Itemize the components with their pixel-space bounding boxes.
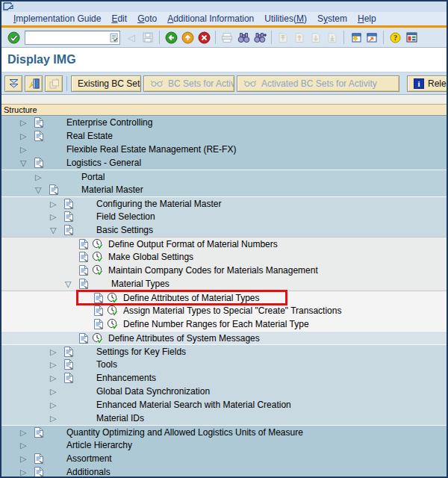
img-doc-icon[interactable] bbox=[63, 198, 74, 210]
expand-arrow-icon[interactable]: ▷ bbox=[50, 358, 56, 370]
tree-row: ▽Logistics - General bbox=[1, 156, 447, 170]
command-history-icon[interactable] bbox=[109, 33, 119, 43]
img-doc-icon[interactable] bbox=[63, 346, 74, 358]
tree-item-label[interactable]: Article Hierarchy bbox=[66, 440, 132, 450]
expand-arrow-icon[interactable]: ▷ bbox=[50, 412, 56, 424]
system-menu-icon[interactable] bbox=[3, 2, 14, 11]
expand-arrow-icon[interactable]: ▷ bbox=[20, 143, 26, 155]
expand-arrow-icon[interactable]: ▷ bbox=[50, 385, 56, 397]
expand-arrow-icon[interactable]: ▷ bbox=[35, 171, 41, 183]
release-notes-button[interactable]: iRelease bbox=[407, 75, 447, 92]
tree-item-label[interactable]: Maintain Company Codes for Materials Man… bbox=[108, 265, 318, 276]
tree-item-label[interactable]: Define Attributes of System Messages bbox=[108, 333, 260, 344]
expand-arrow-icon[interactable]: ▷ bbox=[20, 466, 26, 478]
menu-item-edit[interactable]: Edit bbox=[106, 13, 132, 24]
img-activity-icon[interactable] bbox=[107, 292, 119, 304]
tree-item-label[interactable]: Configuring the Material Master bbox=[96, 199, 221, 209]
expand-arrow-icon[interactable]: ▷ bbox=[50, 399, 56, 411]
img-activity-icon[interactable] bbox=[92, 264, 104, 276]
expand-arrow-icon[interactable]: ▷ bbox=[20, 130, 26, 142]
tree-item-label[interactable]: Basic Settings bbox=[96, 225, 153, 235]
menu-item-goto[interactable]: Goto bbox=[132, 13, 162, 24]
cancel-button[interactable] bbox=[196, 29, 212, 46]
img-doc-icon[interactable] bbox=[93, 292, 104, 304]
expand-arrow-icon[interactable]: ▷ bbox=[20, 117, 26, 128]
tree-item-label[interactable]: Portal bbox=[81, 172, 105, 182]
new-session-button[interactable] bbox=[347, 29, 364, 46]
tree-item-label[interactable]: Enhanced Material Search with Material C… bbox=[96, 400, 291, 410]
tree-item-label[interactable]: Global Data Synchronization bbox=[96, 386, 210, 397]
tree-item-label[interactable]: Make Global Settings bbox=[108, 252, 193, 262]
img-doc-icon[interactable] bbox=[49, 184, 59, 196]
tree-item-label[interactable]: Material IDs bbox=[96, 413, 144, 423]
command-field-input[interactable] bbox=[25, 32, 109, 43]
back-button[interactable] bbox=[163, 29, 179, 46]
img-activity-icon[interactable] bbox=[92, 332, 104, 344]
collapse-arrow-icon[interactable]: ▽ bbox=[50, 224, 56, 236]
help-button[interactable]: ? bbox=[387, 29, 403, 46]
tree-item-label[interactable]: Assortment bbox=[66, 453, 112, 464]
img-doc-icon[interactable] bbox=[63, 358, 74, 370]
tree-item-label[interactable]: Real Estate bbox=[66, 131, 113, 141]
collapse-arrow-icon[interactable]: ▽ bbox=[35, 184, 41, 196]
existing-bc-sets-button[interactable]: Existing BC Sets bbox=[71, 75, 141, 92]
img-activity-icon[interactable] bbox=[107, 305, 119, 317]
expand-arrow-icon[interactable]: ▷ bbox=[50, 372, 56, 384]
tree-item-label[interactable]: Material Types bbox=[111, 279, 169, 289]
img-doc-icon[interactable] bbox=[34, 117, 44, 128]
img-activity-icon[interactable] bbox=[92, 238, 104, 250]
tree-item-label[interactable]: Tools bbox=[96, 359, 117, 370]
expand-node-button[interactable] bbox=[4, 75, 22, 92]
menu-item-implementation-guide[interactable]: Implementation Guide bbox=[8, 13, 106, 24]
collapse-arrow-icon[interactable]: ▽ bbox=[65, 278, 71, 290]
expand-arrow-icon[interactable]: ▷ bbox=[50, 211, 56, 223]
tree-item-label[interactable]: Define Number Ranges for Each Material T… bbox=[123, 319, 309, 329]
tree-item-label[interactable]: Enterprise Controlling bbox=[66, 117, 152, 128]
expand-arrow-icon[interactable]: ▷ bbox=[20, 426, 26, 438]
img-doc-icon[interactable] bbox=[78, 278, 89, 290]
img-doc-icon[interactable] bbox=[34, 130, 44, 142]
expand-arrow-icon[interactable]: ▷ bbox=[50, 198, 56, 210]
img-doc-icon[interactable] bbox=[34, 453, 44, 465]
menu-item-utilities[interactable]: Utilities(M) bbox=[259, 13, 312, 24]
collapse-arrow-icon[interactable]: ▽ bbox=[20, 157, 26, 169]
menu-item-help[interactable]: Help bbox=[352, 13, 382, 24]
tree-item-label[interactable]: Additionals bbox=[66, 467, 111, 477]
img-doc-icon[interactable] bbox=[93, 305, 104, 317]
img-doc-icon[interactable] bbox=[78, 332, 89, 344]
menu-item-additional-information[interactable]: Additional Information bbox=[162, 13, 259, 24]
find-button[interactable] bbox=[235, 29, 252, 46]
tree-item-label[interactable]: Flexible Real Estate Management (RE-FX) bbox=[66, 144, 236, 155]
customize-layout-button[interactable] bbox=[403, 29, 420, 46]
expand-arrow-icon[interactable]: ▷ bbox=[50, 346, 56, 358]
img-doc-icon[interactable] bbox=[78, 264, 89, 276]
tree-item-label[interactable]: Field Selection bbox=[96, 211, 155, 222]
img-activity-icon[interactable] bbox=[92, 251, 104, 263]
img-doc-icon[interactable] bbox=[78, 238, 89, 250]
tree-item-label[interactable]: Define Output Format of Material Numbers bbox=[108, 239, 278, 249]
tree-item-label[interactable]: Assign Material Types to Special "Create… bbox=[123, 305, 341, 316]
find-next-button[interactable] bbox=[252, 29, 268, 46]
enter-check-button[interactable] bbox=[5, 29, 22, 46]
img-doc-icon[interactable] bbox=[63, 372, 74, 384]
tree-item-label[interactable]: Quantity Optimizing and Allowed Logistic… bbox=[66, 427, 303, 438]
position-button[interactable] bbox=[25, 75, 43, 92]
tree-item-label[interactable]: Define Attributes of Material Types bbox=[123, 293, 260, 303]
img-doc-icon[interactable] bbox=[34, 157, 44, 169]
img-doc-icon[interactable] bbox=[93, 318, 104, 330]
img-doc-icon[interactable] bbox=[78, 251, 89, 263]
shortcut-button[interactable] bbox=[364, 29, 380, 46]
img-doc-icon[interactable] bbox=[34, 466, 44, 478]
img-doc-icon[interactable] bbox=[34, 426, 44, 438]
tree-item-label[interactable]: Enhancements bbox=[96, 373, 156, 383]
expand-arrow-icon[interactable]: ▷ bbox=[20, 439, 26, 451]
img-activity-icon[interactable] bbox=[107, 318, 119, 330]
exit-button[interactable] bbox=[179, 29, 196, 46]
img-doc-icon[interactable] bbox=[63, 224, 74, 236]
tree-item-label[interactable]: Material Master bbox=[81, 184, 143, 195]
img-doc-icon[interactable] bbox=[63, 211, 74, 223]
tree-item-label[interactable]: Logistics - General bbox=[66, 158, 141, 168]
expand-arrow-icon[interactable]: ▷ bbox=[20, 453, 26, 465]
menu-item-system[interactable]: System bbox=[312, 13, 352, 24]
tree-item-label[interactable]: Settings for Key Fields bbox=[96, 347, 186, 357]
